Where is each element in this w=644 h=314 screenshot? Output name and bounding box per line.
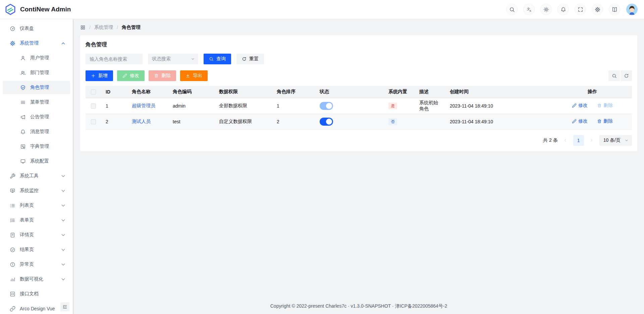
row-edit-label: 修改 — [578, 118, 588, 124]
col-header-role-name: 角色名称 — [128, 86, 169, 98]
status-filter-select[interactable]: 状态搜索 — [148, 54, 198, 64]
sidebar-item-detail-page[interactable]: 详情页 — [3, 228, 70, 242]
top-header: ContiNew Admin 文A — [0, 0, 644, 19]
sidebar-item-label: 详情页 — [20, 232, 34, 238]
role-name-search-input[interactable] — [86, 54, 143, 64]
sidebar-item-label: 表单页 — [20, 217, 34, 223]
sidebar-item-label: 用户管理 — [30, 55, 49, 61]
user-avatar[interactable] — [626, 3, 638, 15]
sidebar-item-data-visualization[interactable]: 数据可视化 — [3, 272, 70, 286]
sidebar-item-label: 接口文档 — [20, 291, 39, 297]
fullscreen-icon — [578, 7, 583, 12]
search-icon — [509, 7, 515, 12]
monitor-icon — [20, 159, 26, 164]
sidebar-item-system-monitor[interactable]: 系统监控 — [3, 184, 70, 197]
shield-check-icon — [20, 85, 26, 90]
add-button[interactable]: 新增 — [86, 70, 113, 81]
pencil-icon — [572, 119, 577, 124]
edit-button[interactable]: 修改 — [117, 70, 145, 81]
fullscreen-button[interactable] — [575, 4, 586, 15]
sidebar-item-menu-management[interactable]: 菜单管理 — [3, 96, 70, 109]
builtin-badge: 是 — [388, 103, 397, 109]
query-button[interactable]: 查询 — [204, 54, 231, 64]
role-name-link[interactable]: 测试人员 — [132, 119, 151, 124]
app-title: ContiNew Admin — [20, 6, 71, 13]
row-edit-link[interactable]: 修改 — [572, 103, 588, 109]
page-size-select[interactable]: 10 条/页 — [599, 135, 632, 146]
sidebar-item-result-page[interactable]: 结果页 — [3, 243, 70, 256]
wrench-icon — [10, 173, 15, 179]
users-icon — [20, 70, 26, 76]
docs-button[interactable] — [609, 4, 620, 15]
cell-description: 系统初始角色 — [415, 98, 446, 114]
dictionary-icon — [20, 144, 26, 149]
topbar-actions: 文A — [506, 3, 638, 15]
sidebar-item-arco-design-vue[interactable]: Arco Design Vue — [3, 302, 70, 314]
breadcrumb-separator: / — [89, 25, 91, 30]
sidebar-item-system-management[interactable]: 系统管理 — [3, 37, 70, 50]
footer-copyright: Copyright © 2022-present Charles7c · v1.… — [73, 297, 644, 314]
book-icon — [612, 7, 618, 12]
sidebar-item-role-management[interactable]: 角色管理 — [3, 81, 70, 94]
sidebar-item-system-tools[interactable]: 系统工具 — [3, 169, 70, 183]
table-search-button[interactable] — [608, 70, 620, 81]
sidebar-item-label: Arco Design Vue — [20, 306, 55, 311]
table-refresh-button[interactable] — [621, 70, 632, 81]
page-number-current[interactable]: 1 — [573, 135, 584, 146]
notifications-button[interactable] — [557, 4, 569, 15]
filter-row: 状态搜索 查询 重置 — [86, 54, 632, 64]
export-button-label: 导出 — [193, 73, 202, 79]
role-name-link[interactable]: 超级管理员 — [132, 103, 155, 108]
theme-button[interactable] — [540, 4, 552, 15]
delete-button-label: 删除 — [161, 73, 171, 79]
sidebar-item-announcement-management[interactable]: 公告管理 — [3, 110, 70, 124]
trash-icon — [154, 73, 159, 78]
delete-button[interactable]: 删除 — [149, 70, 176, 81]
breadcrumb-separator: / — [117, 25, 118, 30]
table-header-row: ID 角色名称 角色编码 数据权限 角色排序 状态 系统内置 描述 创建时间 操… — [86, 86, 632, 98]
row-checkbox[interactable] — [91, 104, 96, 109]
select-all-checkbox[interactable] — [91, 89, 96, 95]
sidebar-item-department-management[interactable]: 部门管理 — [3, 66, 70, 79]
pencil-icon — [122, 73, 127, 78]
breadcrumb-item-role: 角色管理 — [122, 24, 141, 30]
sidebar-item-api-docs[interactable]: 接口文档 — [3, 287, 70, 301]
sidebar-item-message-management[interactable]: 消息管理 — [3, 125, 70, 138]
settings-button[interactable] — [592, 4, 603, 15]
sidebar-item-label: 系统配置 — [30, 158, 49, 164]
sidebar-collapse-button[interactable] — [60, 302, 69, 311]
apps-grid-icon[interactable] — [80, 25, 86, 30]
chevron-down-icon — [191, 57, 195, 61]
sidebar-item-label: 列表页 — [20, 202, 34, 208]
status-toggle[interactable] — [320, 102, 333, 110]
sidebar-item-system-config[interactable]: 系统配置 — [3, 154, 70, 168]
sidebar-item-dashboard[interactable]: 仪表盘 — [3, 22, 70, 35]
sidebar-item-label: 角色管理 — [30, 84, 49, 90]
breadcrumb-item-system[interactable]: 系统管理 — [94, 24, 113, 30]
prev-page-button[interactable] — [560, 135, 571, 145]
chevron-down-icon — [60, 232, 66, 238]
status-toggle[interactable] — [320, 118, 333, 126]
cell-role-code: admin — [169, 98, 215, 114]
row-delete-link[interactable]: 删除 — [597, 118, 613, 124]
export-button[interactable]: 导出 — [180, 70, 208, 81]
search-button[interactable] — [506, 4, 518, 15]
bell-icon — [20, 129, 26, 135]
sidebar-item-user-management[interactable]: 用户管理 — [3, 51, 70, 65]
row-edit-link[interactable]: 修改 — [572, 118, 588, 124]
row-delete-link[interactable]: 删除 — [597, 103, 613, 109]
cell-description — [415, 114, 446, 129]
sidebar-item-exception-page[interactable]: 异常页 — [3, 258, 70, 271]
row-checkbox[interactable] — [91, 119, 96, 124]
sidebar-item-list-page[interactable]: 列表页 — [3, 199, 70, 212]
language-button[interactable]: 文A — [523, 4, 535, 15]
add-button-label: 新增 — [98, 73, 108, 79]
sidebar-item-label: 公告管理 — [30, 114, 49, 120]
sidebar-item-dictionary-management[interactable]: 字典管理 — [3, 140, 70, 153]
main-content: / 系统管理 / 角色管理 角色管理 状态搜索 查询 重置 — [73, 19, 644, 314]
logo-area[interactable]: ContiNew Admin — [4, 3, 71, 16]
sidebar-item-form-page[interactable]: 表单页 — [3, 213, 70, 227]
next-page-button[interactable] — [587, 135, 597, 145]
reset-button[interactable]: 重置 — [236, 54, 264, 64]
sidebar-item-label: 字典管理 — [30, 143, 49, 149]
